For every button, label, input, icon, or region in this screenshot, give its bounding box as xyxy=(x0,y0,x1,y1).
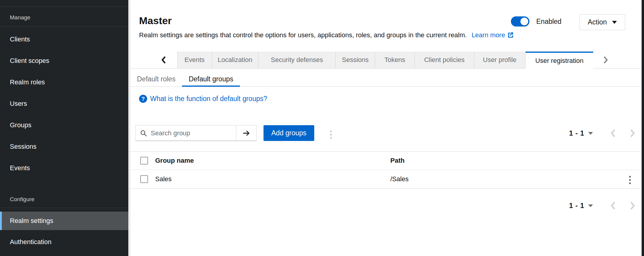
column-header-group-name: Group name xyxy=(155,157,194,165)
sidebar-item-authentication[interactable]: Authentication xyxy=(0,235,128,249)
tab-user-profile[interactable]: User profile xyxy=(474,52,526,68)
tab-events[interactable]: Events xyxy=(177,52,212,68)
sidebar-section-manage: Manage xyxy=(10,14,30,21)
group-name-cell: Sales xyxy=(155,175,172,183)
select-all-checkbox[interactable] xyxy=(140,157,148,165)
sidebar-nav: Manage Clients Client scopes Realm roles… xyxy=(0,0,128,256)
tabs-scroll-right-button[interactable] xyxy=(600,52,612,68)
chevron-left-icon xyxy=(161,56,166,63)
sidebar-item-clients[interactable]: Clients xyxy=(0,32,128,46)
sidebar-item-client-scopes[interactable]: Client scopes xyxy=(0,54,128,68)
chevron-right-icon xyxy=(603,56,608,63)
tab-default-roles[interactable]: Default roles xyxy=(130,72,182,86)
add-groups-button[interactable]: Add groups xyxy=(264,125,314,141)
tab-sessions[interactable]: Sessions xyxy=(336,52,375,68)
pagination-bottom: 1 - 1 xyxy=(569,199,638,212)
sidebar-divider xyxy=(0,27,128,27)
table-row: Sales /Sales xyxy=(128,170,642,189)
question-circle-icon: ? xyxy=(139,95,147,103)
caret-down-icon xyxy=(612,21,617,24)
default-groups-table: Group name Path Sales /Sales xyxy=(128,151,642,189)
sidebar-scrollbar[interactable] xyxy=(128,0,130,256)
sidebar-item-users[interactable]: Users xyxy=(0,97,128,111)
action-dropdown-button[interactable]: Action xyxy=(580,14,625,30)
realm-description-text: Realm settings are settings that control… xyxy=(139,31,467,39)
row-kebab-menu[interactable] xyxy=(627,174,633,186)
pagination-next-button[interactable] xyxy=(630,202,635,210)
subtab-bar: Default roles Default groups xyxy=(130,72,644,87)
default-groups-help-link[interactable]: ? What is the function of default groups… xyxy=(139,95,267,103)
table-header-row: Group name Path xyxy=(128,151,642,170)
search-group-input[interactable] xyxy=(150,129,236,137)
search-submit-button[interactable] xyxy=(236,125,256,141)
sidebar-item-realm-roles[interactable]: Realm roles xyxy=(0,75,128,89)
page-title: Master xyxy=(139,15,172,27)
group-path-cell: /Sales xyxy=(390,175,409,183)
tabs-scroll-left-button[interactable] xyxy=(158,52,170,68)
caret-down-icon[interactable] xyxy=(588,132,593,135)
row-checkbox[interactable] xyxy=(140,175,148,183)
search-icon xyxy=(140,130,147,137)
kebab-icon xyxy=(330,131,332,132)
tab-localization[interactable]: Localization xyxy=(212,52,258,68)
search-group-box xyxy=(135,125,257,141)
sidebar-item-groups[interactable]: Groups xyxy=(0,118,128,132)
external-link-icon xyxy=(507,32,514,38)
tab-bar: Events Localization Security defenses Se… xyxy=(130,52,644,69)
chevron-left-icon xyxy=(610,129,616,137)
arrow-right-icon xyxy=(242,130,251,137)
tab-user-registration[interactable]: User registration xyxy=(526,52,593,69)
realm-description: Realm settings are settings that control… xyxy=(139,31,514,39)
chevron-left-icon xyxy=(610,202,616,210)
pagination-top: 1 - 1 xyxy=(569,126,638,140)
sidebar-item-events[interactable]: Events xyxy=(0,161,128,175)
toggle-knob xyxy=(520,18,528,25)
chevron-right-icon xyxy=(630,202,635,210)
pagination-prev-button[interactable] xyxy=(610,202,616,210)
sidebar-item-realm-settings[interactable]: Realm settings xyxy=(0,212,128,230)
window-scrollbar[interactable] xyxy=(642,0,644,256)
sidebar-section-configure: Configure xyxy=(10,196,34,203)
column-header-path: Path xyxy=(390,157,405,165)
chevron-right-icon xyxy=(630,129,635,137)
learn-more-link[interactable]: Learn more xyxy=(472,31,514,39)
pagination-prev-button[interactable] xyxy=(610,129,616,137)
tab-tokens[interactable]: Tokens xyxy=(375,52,415,68)
pagination-next-button[interactable] xyxy=(630,129,635,137)
kebab-icon xyxy=(629,176,631,178)
sidebar-divider xyxy=(0,208,128,208)
tab-security-defenses[interactable]: Security defenses xyxy=(258,52,336,68)
sidebar-divider xyxy=(0,7,128,7)
enabled-label: Enabled xyxy=(536,18,561,26)
enabled-toggle[interactable] xyxy=(511,16,529,27)
pagination-range[interactable]: 1 - 1 xyxy=(569,202,584,210)
tab-default-groups[interactable]: Default groups xyxy=(182,72,240,86)
caret-down-icon[interactable] xyxy=(588,204,593,207)
toolbar-kebab-menu[interactable] xyxy=(328,129,334,141)
tab-client-policies[interactable]: Client policies xyxy=(415,52,474,68)
pagination-range[interactable]: 1 - 1 xyxy=(569,129,584,137)
tab-spacer xyxy=(130,52,177,68)
sidebar-item-sessions[interactable]: Sessions xyxy=(0,139,128,154)
